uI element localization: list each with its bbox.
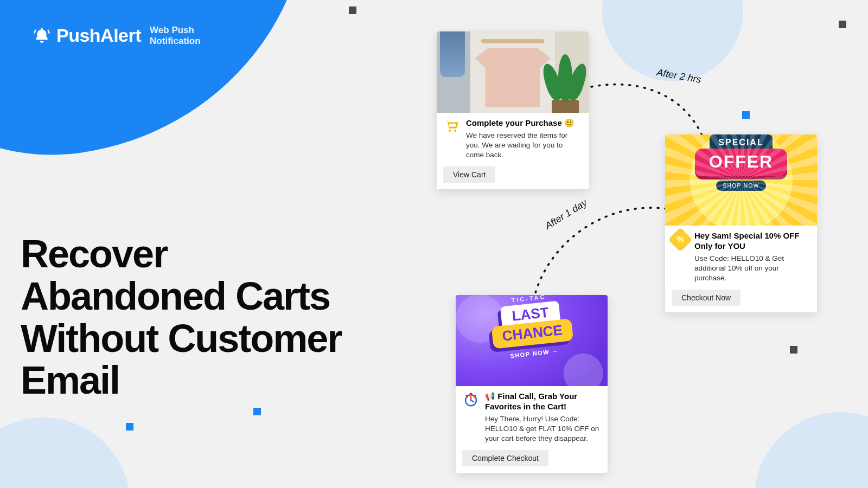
bg-circle-right bbox=[754, 412, 868, 488]
decor-square bbox=[126, 423, 133, 431]
decor-square bbox=[742, 111, 750, 119]
connector-arrow bbox=[525, 198, 677, 306]
card-title: 📢 Final Call, Grab Your Favorites in the… bbox=[485, 391, 601, 412]
tag-icon: % bbox=[672, 231, 689, 248]
card-description: We have reserved the items for you. We a… bbox=[466, 131, 582, 160]
card-description: Hey There, Hurry! Use Code: HELLO10 & ge… bbox=[485, 414, 601, 444]
decor-square bbox=[253, 408, 261, 415]
complete-checkout-button[interactable]: Complete Checkout bbox=[462, 450, 548, 466]
badge-shopnow: SHOP NOW bbox=[716, 181, 765, 191]
notification-card: TIC-TAC LAST CHANCE SHOP NOW → 📢 Final C… bbox=[456, 295, 608, 473]
checkout-now-button[interactable]: Checkout Now bbox=[672, 290, 741, 306]
card-hero-image: SPECIAL OFFER SHOP NOW bbox=[665, 134, 817, 226]
view-cart-button[interactable]: View Cart bbox=[443, 166, 495, 183]
connector-label: After 1 day bbox=[543, 197, 589, 232]
bg-circle-left bbox=[0, 418, 130, 488]
page-headline: Recover Abandoned Carts Without Customer… bbox=[21, 233, 368, 402]
badge-offer: OFFER bbox=[695, 149, 787, 176]
brand-subtitle: Web Push Notification bbox=[150, 25, 201, 46]
card-hero-image: TIC-TAC LAST CHANCE SHOP NOW → bbox=[456, 295, 608, 386]
svg-rect-1 bbox=[470, 393, 473, 395]
decor-square bbox=[790, 346, 797, 354]
card-description: Use Code: HELLO10 & Get additional 10% o… bbox=[694, 254, 810, 284]
cart-icon bbox=[443, 118, 461, 134]
bell-icon bbox=[33, 27, 51, 45]
notification-card: SPECIAL OFFER SHOP NOW % Hey Sam! Specia… bbox=[665, 134, 817, 312]
notification-card: Complete your Purchase 🙂 We have reserve… bbox=[437, 31, 589, 189]
card-title: Hey Sam! Special 10% OFF Only for YOU bbox=[694, 231, 810, 252]
badge-shopnow: SHOP NOW → bbox=[510, 348, 559, 359]
decor-square bbox=[349, 7, 356, 14]
badge-special: SPECIAL bbox=[710, 134, 772, 151]
card-hero-image bbox=[437, 31, 589, 113]
card-title: Complete your Purchase 🙂 bbox=[466, 118, 582, 129]
brand-name: PushAlert bbox=[56, 25, 141, 46]
stopwatch-icon bbox=[462, 391, 480, 408]
brand-logo: PushAlert Web Push Notification bbox=[33, 25, 201, 46]
decor-square bbox=[839, 21, 846, 28]
